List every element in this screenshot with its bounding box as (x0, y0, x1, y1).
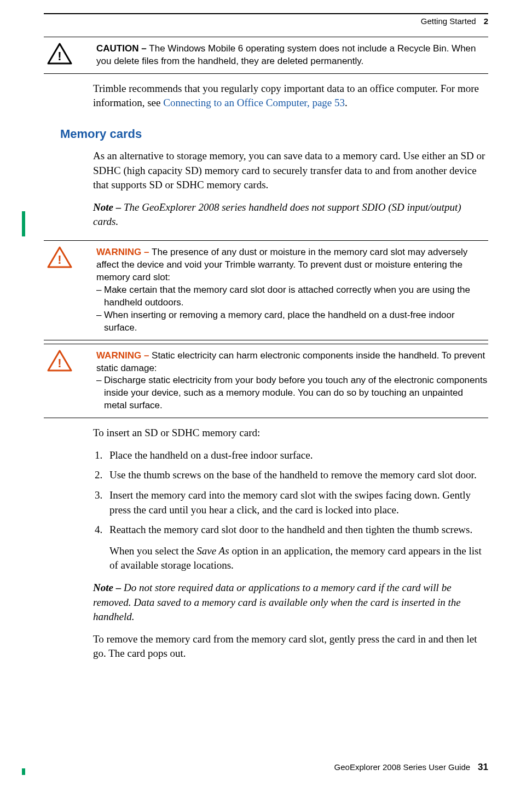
list-item: – Discharge static electricity from your… (96, 374, 488, 412)
page-footer: GeoExplorer 2008 Series User Guide 31 (334, 762, 488, 773)
warning-block-static: ! WARNING – Static electricity can harm … (44, 344, 488, 419)
intro-paragraph: Trimble recommends that you regularly co… (93, 82, 488, 111)
warning-list: – Make certain that the memory card slot… (96, 284, 488, 334)
caution-block: ! CAUTION – The Windows Mobile 6 operati… (44, 37, 488, 74)
list-item: Reattach the memory card slot door to th… (105, 523, 488, 573)
footer-page-number: 31 (478, 762, 488, 773)
caution-label: CAUTION – (96, 43, 149, 54)
list-item: Insert the memory card into the memory c… (105, 488, 488, 517)
list-text: Make certain that the memory card slot d… (104, 284, 488, 309)
revision-bar-icon (22, 768, 25, 775)
insert-lead: To insert an SD or SDHC memory card: (93, 426, 488, 441)
cross-ref-link[interactable]: Connecting to an Office Computer, page 5… (163, 97, 345, 108)
warning-lead: The presence of any dust or moisture in … (96, 247, 467, 282)
warning-text: WARNING – Static electricity can harm el… (96, 350, 488, 413)
insert-instructions: To insert an SD or SDHC memory card: Pla… (93, 426, 488, 661)
caution-icon-cell: ! (44, 43, 96, 67)
intro-text-b: . (345, 97, 348, 108)
caution-text: CAUTION – The Windows Mobile 6 operating… (96, 43, 488, 68)
warning-triangle-icon: ! (47, 350, 72, 374)
svg-text:!: ! (57, 49, 61, 63)
warning-triangle-icon: ! (47, 246, 72, 270)
note-text: Do not store required data or applicatio… (93, 582, 461, 622)
step-text: Place the handheld on a dust-free indoor… (109, 449, 313, 461)
remove-instructions: To remove the memory card from the memor… (93, 632, 488, 661)
list-text: When inserting or removing a memory card… (104, 309, 488, 334)
warning-label: WARNING – (96, 247, 152, 257)
note-sdio: Note – The GeoExplorer 2008 series handh… (93, 200, 488, 229)
memory-intro: As an alternative to storage memory, you… (93, 149, 488, 229)
list-item: – Make certain that the memory card slot… (96, 284, 488, 309)
save-as-label: Save As (196, 545, 229, 557)
warning-label: WARNING – (96, 350, 152, 361)
note-storage: Note – Do not store required data or app… (93, 581, 488, 624)
list-item: – When inserting or removing a memory ca… (96, 309, 488, 334)
note-text: The GeoExplorer 2008 series handheld doe… (93, 201, 461, 228)
step4-extra-a: When you select the (109, 545, 196, 557)
step-text: Use the thumb screws on the base of the … (109, 469, 477, 481)
warning-lead: Static electricity can harm electronic c… (96, 350, 485, 373)
page: Getting Started 2 ! CAUTION – The Window… (0, 0, 532, 787)
step-text: Reattach the memory card slot door to th… (109, 524, 472, 535)
warning-triangle-icon: ! (47, 43, 72, 67)
warning-text: WARNING – The presence of any dust or mo… (96, 246, 488, 334)
warning-list: – Discharge static electricity from your… (96, 374, 488, 412)
steps-list: Place the handheld on a dust-free indoor… (105, 448, 488, 573)
memory-p1: As an alternative to storage memory, you… (93, 149, 488, 193)
note-label: Note – (93, 201, 124, 213)
list-item: Place the handheld on a dust-free indoor… (105, 448, 488, 463)
list-item: Use the thumb screws on the base of the … (105, 468, 488, 483)
list-text: Discharge static electricity from your b… (104, 374, 488, 412)
warning-icon-cell: ! (44, 350, 96, 374)
svg-text:!: ! (57, 253, 61, 267)
warning-block-dust: ! WARNING – The presence of any dust or … (44, 240, 488, 340)
svg-text:!: ! (57, 356, 61, 370)
header-chapter-number: 2 (484, 16, 488, 26)
revision-bar-icon (22, 211, 25, 236)
warning-icon-cell: ! (44, 246, 96, 270)
header-section-title: Getting Started (421, 16, 476, 26)
note-label: Note – (93, 582, 124, 593)
footer-guide-title: GeoExplorer 2008 Series User Guide (334, 762, 470, 772)
section-heading-memory-cards: Memory cards (60, 127, 488, 141)
running-header: Getting Started 2 (44, 13, 488, 26)
caution-body: The Windows Mobile 6 operating system do… (96, 43, 476, 66)
step-text: Insert the memory card into the memory c… (109, 489, 471, 516)
